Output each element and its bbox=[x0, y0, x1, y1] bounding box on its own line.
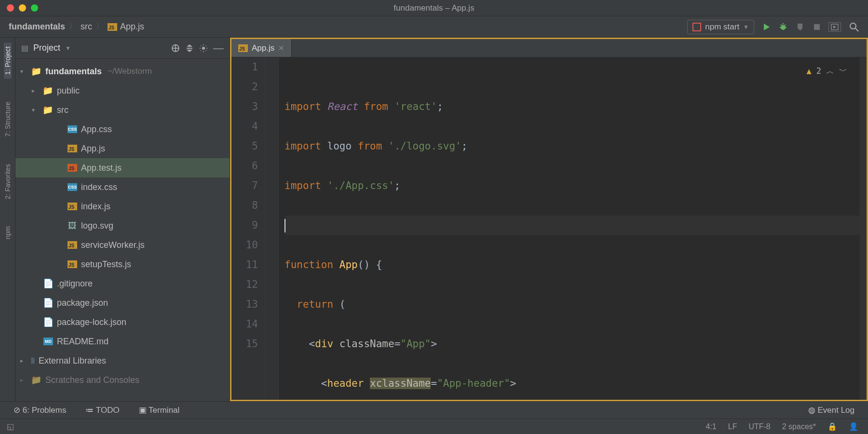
chevron-right-icon[interactable]: ▸ bbox=[20, 357, 27, 364]
line-number[interactable]: 6 bbox=[231, 156, 258, 176]
run-button[interactable] bbox=[762, 23, 771, 31]
editor-tab-app-js[interactable]: JS App.js ✕ bbox=[231, 39, 292, 57]
chevron-down-icon[interactable]: ▾ bbox=[20, 68, 27, 75]
breadcrumb-root[interactable]: fundamentals bbox=[9, 22, 65, 32]
maximize-window-button[interactable] bbox=[31, 4, 38, 12]
line-number[interactable]: 9 bbox=[231, 216, 258, 235]
tool-window-npm[interactable]: npm bbox=[4, 222, 12, 243]
status-line-ending[interactable]: LF bbox=[728, 422, 737, 431]
tree-file-service-worker[interactable]: JS serviceWorker.js bbox=[15, 235, 230, 255]
line-number[interactable]: 14 bbox=[231, 314, 258, 334]
line-number[interactable]: 5 bbox=[231, 136, 258, 156]
tool-window-problems[interactable]: ⊘ 6: Problems bbox=[14, 405, 66, 415]
fold-gutter[interactable] bbox=[265, 57, 279, 400]
ide-status-icon[interactable]: 👤 bbox=[849, 422, 858, 431]
tree-file-index-css[interactable]: CSS index.css bbox=[15, 177, 230, 197]
tree-scratches[interactable]: ▸ 📁 Scratches and Consoles bbox=[15, 370, 230, 390]
tree-folder-public[interactable]: ▸ 📁 public bbox=[15, 81, 230, 100]
coverage-button[interactable] bbox=[796, 22, 805, 32]
tool-window-terminal[interactable]: ▣ Terminal bbox=[139, 405, 180, 415]
line-number[interactable]: 1 bbox=[231, 57, 258, 77]
debug-button[interactable] bbox=[778, 22, 788, 32]
breadcrumb[interactable]: fundamentals 〉 src 〉 JS App.js bbox=[9, 22, 144, 32]
settings-icon[interactable] bbox=[199, 43, 208, 53]
breadcrumb-file[interactable]: App.js bbox=[120, 22, 144, 32]
js-file-icon: JS bbox=[68, 203, 77, 210]
close-window-button[interactable] bbox=[7, 4, 14, 12]
chevron-down-icon[interactable]: ▾ bbox=[32, 107, 39, 113]
code-line[interactable]: <div className="App"> bbox=[285, 334, 860, 354]
tool-window-event-log[interactable]: ◍ Event Log bbox=[808, 405, 854, 415]
search-everywhere-button[interactable] bbox=[849, 22, 859, 32]
line-number[interactable]: 7 bbox=[231, 176, 258, 196]
status-indent[interactable]: 2 spaces* bbox=[782, 422, 816, 431]
code-line[interactable]: return ( bbox=[285, 295, 860, 314]
tree-file-package-json[interactable]: 📄 package.json bbox=[15, 293, 230, 312]
tool-window-structure[interactable]: 7: Structure bbox=[4, 98, 12, 140]
stop-button[interactable] bbox=[813, 23, 821, 31]
status-encoding[interactable]: UTF-8 bbox=[748, 422, 770, 431]
code-line[interactable]: import logo from './logo.svg'; bbox=[285, 136, 860, 156]
tree-label: .gitignore bbox=[57, 279, 93, 289]
tree-file-app-test-js[interactable]: JS App.test.js bbox=[15, 158, 230, 177]
inspection-indicator[interactable]: ▲ 2 ︿ ﹀ bbox=[807, 61, 848, 81]
tree-label: serviceWorker.js bbox=[81, 240, 145, 250]
hide-panel-icon[interactable]: — bbox=[213, 42, 224, 54]
run-target-button[interactable] bbox=[828, 22, 841, 32]
code-line[interactable] bbox=[285, 216, 860, 235]
select-opened-file-icon[interactable] bbox=[171, 43, 180, 53]
line-number[interactable]: 8 bbox=[231, 196, 258, 216]
tree-root[interactable]: ▾ 📁 fundamentals ~/Webstorm bbox=[15, 62, 230, 81]
code-line[interactable]: import './App.css'; bbox=[285, 176, 860, 196]
js-file-icon: JS bbox=[238, 44, 248, 52]
chevron-right-icon[interactable]: ▸ bbox=[32, 87, 39, 94]
line-number[interactable]: 10 bbox=[231, 235, 258, 255]
line-number-gutter[interactable]: 1 2 3 4 5 6 7 8 9 10 11 12 13 14 15 bbox=[231, 57, 265, 400]
editor-body[interactable]: 1 2 3 4 5 6 7 8 9 10 11 12 13 14 15 ▲ bbox=[231, 57, 867, 400]
tree-file-logo-svg[interactable]: 🖼 logo.svg bbox=[15, 216, 230, 235]
tool-windows-toggle-icon[interactable]: ◱ bbox=[7, 422, 14, 431]
tree-file-gitignore[interactable]: 📄 .gitignore bbox=[15, 274, 230, 293]
tree-folder-src[interactable]: ▾ 📁 src bbox=[15, 100, 230, 120]
line-number[interactable]: 15 bbox=[231, 334, 258, 354]
run-configuration-dropdown[interactable]: npm start ▼ bbox=[687, 20, 754, 34]
js-file-icon: JS bbox=[68, 260, 77, 268]
chevron-down-icon[interactable]: ▼ bbox=[65, 45, 71, 52]
line-number[interactable]: 3 bbox=[231, 97, 258, 117]
folder-icon: 📁 bbox=[42, 105, 53, 115]
svg-line-5 bbox=[785, 25, 786, 26]
minimize-window-button[interactable] bbox=[19, 4, 26, 12]
chevron-right-icon[interactable]: ▸ bbox=[20, 377, 27, 383]
tree-file-index-js[interactable]: JS index.js bbox=[15, 197, 230, 216]
tree-external-libraries[interactable]: ▸ ⫴ External Libraries bbox=[15, 351, 230, 370]
chevron-up-icon[interactable]: ︿ bbox=[826, 61, 834, 81]
tool-window-favorites[interactable]: 2: Favorites bbox=[4, 160, 12, 203]
line-number[interactable]: 2 bbox=[231, 77, 258, 97]
line-number[interactable]: 11 bbox=[231, 255, 258, 275]
line-number[interactable]: 12 bbox=[231, 275, 258, 295]
breadcrumb-mid[interactable]: src bbox=[81, 22, 92, 32]
project-panel-title[interactable]: Project bbox=[33, 43, 60, 53]
project-tree[interactable]: ▾ 📁 fundamentals ~/Webstorm ▸ 📁 public ▾… bbox=[15, 59, 230, 401]
line-number[interactable]: 13 bbox=[231, 295, 258, 314]
close-tab-icon[interactable]: ✕ bbox=[278, 44, 285, 53]
error-stripe[interactable] bbox=[860, 57, 867, 400]
external-libraries-icon: ⫴ bbox=[31, 356, 35, 366]
code-line[interactable]: function App() { bbox=[285, 255, 860, 275]
tree-file-app-js[interactable]: JS App.js bbox=[15, 139, 230, 158]
line-number[interactable]: 4 bbox=[231, 117, 258, 136]
tool-window-todo[interactable]: ≔ TODO bbox=[85, 405, 119, 415]
tree-file-package-lock[interactable]: 📄 package-lock.json bbox=[15, 312, 230, 332]
tool-window-project[interactable]: 1: Project bbox=[4, 42, 12, 79]
expand-all-icon[interactable] bbox=[185, 44, 194, 53]
code-line[interactable]: import React from 'react'; bbox=[285, 97, 860, 117]
readonly-lock-icon[interactable]: 🔒 bbox=[827, 422, 837, 431]
tree-file-app-css[interactable]: CSS App.css bbox=[15, 120, 230, 139]
code-content[interactable]: ▲ 2 ︿ ﹀ import React from 'react'; impor… bbox=[279, 57, 860, 400]
chevron-down-icon[interactable]: ﹀ bbox=[839, 61, 847, 81]
folder-icon: 📁 bbox=[42, 85, 53, 96]
code-line[interactable]: <header xclassName="App-header"> bbox=[285, 374, 860, 393]
tree-file-readme[interactable]: MD README.md bbox=[15, 332, 230, 351]
tree-file-setup-tests[interactable]: JS setupTests.js bbox=[15, 255, 230, 274]
status-cursor-position[interactable]: 4:1 bbox=[705, 422, 716, 431]
